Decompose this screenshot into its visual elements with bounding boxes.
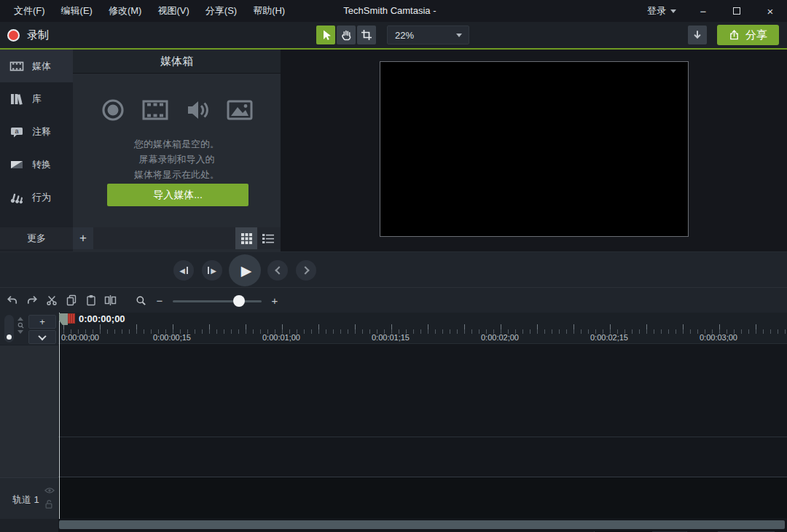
- login-button[interactable]: 登录: [637, 0, 686, 22]
- next-clip-button[interactable]: [296, 260, 316, 281]
- media-bin-panel: 媒体箱: [73, 50, 281, 251]
- menu-file[interactable]: 文件(F): [6, 0, 53, 22]
- media-film-icon: [9, 59, 24, 74]
- timeline: + 轨道 1: [0, 313, 787, 532]
- grid-view-button[interactable]: [235, 227, 257, 249]
- maximize-button[interactable]: [720, 0, 753, 22]
- media-type-icons: [73, 98, 281, 122]
- eye-icon[interactable]: [44, 487, 55, 494]
- menu-share[interactable]: 分享(S): [197, 0, 245, 22]
- sidebar-label: 转换: [32, 158, 51, 171]
- undo-button[interactable]: [2, 290, 22, 310]
- play-icon: ▶: [241, 262, 252, 279]
- sidebar-item-annotations[interactable]: a 注释: [0, 115, 73, 148]
- magnifier-icon: [17, 322, 24, 329]
- minimize-button[interactable]: −: [686, 0, 720, 22]
- record-label: 录制: [27, 28, 49, 42]
- timeline-content[interactable]: 0:00:00;00 0:00:00;15 0:00:01;00 0:00:01…: [58, 313, 787, 532]
- ruler-label: 0:00:01;15: [372, 333, 410, 342]
- step-forward-button[interactable]: ▶: [202, 260, 222, 281]
- record-button[interactable]: 录制: [7, 22, 49, 48]
- zoom-slider-track[interactable]: [173, 300, 262, 302]
- paste-button[interactable]: [81, 290, 101, 310]
- sidebar-label: 媒体: [32, 60, 51, 73]
- import-media-button[interactable]: 导入媒体...: [107, 184, 248, 206]
- main-toolbar: 录制 22%: [0, 22, 787, 48]
- horizontal-scrollbar[interactable]: [59, 520, 785, 529]
- track-header-footer: [0, 519, 58, 532]
- track-height-slider[interactable]: [4, 315, 14, 343]
- canvas-tools: 22%: [316, 26, 469, 44]
- zoom-in-button[interactable]: +: [270, 294, 279, 307]
- menu-modify[interactable]: 修改(M): [101, 0, 150, 22]
- ruler-label: 0:00:02;00: [481, 333, 519, 342]
- playhead-time: 0:00:00;00: [79, 313, 125, 324]
- timeline-empty-area[interactable]: [58, 437, 787, 477]
- scissors-icon: [46, 294, 58, 306]
- copy-button[interactable]: [61, 290, 81, 310]
- sidebar-more-button[interactable]: 更多: [0, 227, 73, 249]
- track-header-spacer: [0, 345, 58, 477]
- sidebar-item-media[interactable]: 媒体: [0, 50, 73, 82]
- lock-open-icon[interactable]: [44, 499, 53, 509]
- ruler-label: 0:00:02;15: [590, 333, 628, 342]
- add-media-button[interactable]: +: [73, 227, 93, 249]
- crop-tool-button[interactable]: [357, 26, 376, 44]
- transition-icon: [9, 157, 24, 172]
- track1-controls: [44, 487, 55, 509]
- crop-icon: [361, 29, 372, 41]
- track1-header[interactable]: 轨道 1: [0, 477, 58, 519]
- menu-edit[interactable]: 编辑(E): [53, 0, 101, 22]
- list-view-button[interactable]: [257, 227, 279, 249]
- download-button[interactable]: [688, 26, 707, 44]
- cut-button[interactable]: [42, 290, 61, 310]
- menu-view[interactable]: 视图(V): [149, 0, 197, 22]
- audio-speaker-icon: [184, 98, 211, 122]
- pan-tool-button[interactable]: [337, 26, 356, 44]
- step-backward-button[interactable]: ◀: [173, 260, 194, 281]
- sidebar-label: 行为: [32, 191, 51, 204]
- timeline-empty-area[interactable]: [58, 344, 787, 437]
- mini-zoom-control[interactable]: [17, 317, 24, 334]
- redo-button[interactable]: [22, 290, 42, 310]
- add-track-button[interactable]: +: [28, 315, 56, 329]
- share-button[interactable]: 分享: [717, 25, 779, 45]
- share-icon: [729, 29, 740, 41]
- sidebar-label: 注释: [32, 125, 51, 138]
- zoom-slider-thumb[interactable]: [233, 295, 245, 307]
- previous-clip-button[interactable]: [267, 260, 288, 281]
- edit-cursor-tool-button[interactable]: [316, 26, 335, 44]
- sidebar-item-transitions[interactable]: 转换: [0, 148, 73, 181]
- step-forward-icon: ▶: [208, 267, 216, 275]
- arrow-down-icon: [17, 330, 23, 334]
- close-button[interactable]: ×: [753, 0, 787, 22]
- split-button[interactable]: [101, 290, 120, 310]
- video-preview[interactable]: [380, 61, 689, 237]
- menubar-right: 登录 − ×: [637, 0, 787, 22]
- record-icon: [7, 29, 20, 42]
- timeline-zoom-slider[interactable]: [173, 295, 262, 307]
- play-button[interactable]: ▶: [229, 254, 261, 286]
- toolbar-right: 分享: [688, 25, 779, 45]
- undo-icon: [7, 294, 18, 306]
- sidebar-item-behaviors[interactable]: 行为: [0, 181, 73, 214]
- track-height-thumb[interactable]: [7, 335, 12, 340]
- track-controls: +: [0, 313, 58, 345]
- menu-help[interactable]: 帮助(H): [245, 0, 293, 22]
- track1-lane[interactable]: [58, 477, 787, 518]
- playhead-line[interactable]: [59, 313, 60, 519]
- chevron-down-icon: [38, 332, 46, 340]
- library-books-icon: [9, 92, 24, 106]
- chevron-down-icon: [670, 9, 676, 13]
- grid-view-icon: [241, 233, 252, 244]
- split-icon: [104, 294, 117, 306]
- sidebar-item-library[interactable]: 库: [0, 82, 73, 115]
- ruler-label: 0:00:00;15: [153, 333, 191, 342]
- zoom-out-button[interactable]: −: [155, 294, 164, 307]
- timeline-ruler[interactable]: 0:00:00;00 0:00:00;15 0:00:01;00 0:00:01…: [58, 313, 787, 344]
- login-label: 登录: [647, 4, 666, 17]
- playhead-out-handle[interactable]: [68, 313, 75, 324]
- track-options-button[interactable]: [28, 330, 56, 344]
- video-film-icon: [141, 98, 169, 122]
- canvas-zoom-select[interactable]: 22%: [387, 26, 469, 44]
